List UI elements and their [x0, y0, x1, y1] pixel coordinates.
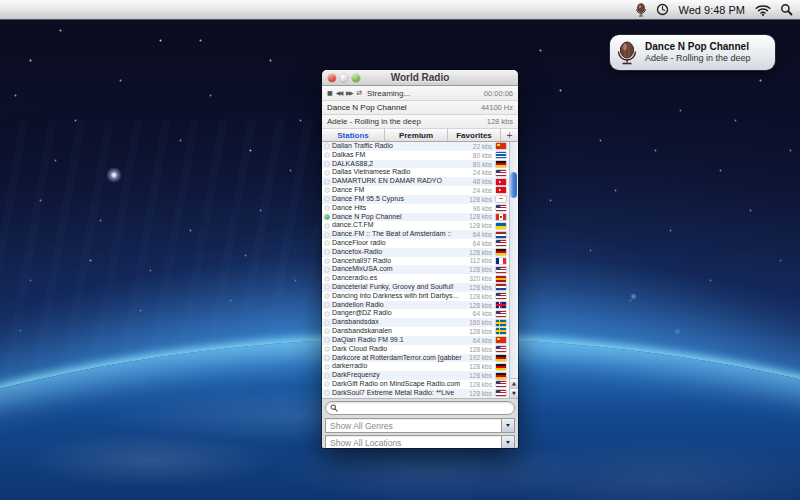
station-row[interactable]: DanceFloor radio64 kbs: [322, 239, 518, 248]
current-track-row: Adele - Rolling in the deep 128 kbs: [322, 115, 518, 129]
station-row[interactable]: DarkSoul7 Extreme Metal Radio: **Live128…: [322, 389, 518, 398]
station-bullet-icon: [325, 162, 329, 166]
station-row[interactable]: dance.CT.FM128 kbs: [322, 221, 518, 230]
station-row[interactable]: Danceteria! Funky, Groovy and Soulful!12…: [322, 283, 518, 292]
location-dropdown-button[interactable]: [501, 436, 514, 448]
station-name: DAMARTURK EN DAMAR RADYO: [332, 177, 462, 186]
station-row[interactable]: Dance FM 95.5 Cyprus128 kbs: [322, 195, 518, 204]
station-bitrate: 112 kbs: [462, 257, 492, 264]
scroll-down-button[interactable]: ▼: [509, 388, 518, 398]
clock-menu-icon[interactable]: [656, 0, 669, 19]
station-name: Dansbandskanalen: [332, 327, 462, 336]
scrollbar-track[interactable]: [509, 142, 518, 378]
add-station-button[interactable]: +: [501, 129, 518, 141]
genre-filter-dropdown[interactable]: Show All Genres: [325, 418, 515, 433]
country-flag-icon-us: [496, 170, 506, 176]
station-bitrate: 24 kbs: [462, 187, 492, 194]
station-row[interactable]: Dark Cloud Radio128 kbs: [322, 345, 518, 354]
station-bitrate: 128 kbs: [462, 328, 492, 335]
station-bitrate: 128 kbs: [462, 222, 492, 229]
country-flag-icon-us: [496, 381, 506, 387]
station-row[interactable]: Dansbandsdax160 kbs: [322, 318, 518, 327]
station-bullet-icon: [325, 153, 329, 157]
station-bitrate: 128 kbs: [462, 266, 492, 273]
station-row[interactable]: DALKAS88,280 kbs: [322, 160, 518, 169]
tab-premium[interactable]: Premium: [385, 129, 448, 141]
current-bitrate: 128 kbs: [487, 117, 513, 126]
station-row[interactable]: Dalian Traffic Radio22 kbs: [322, 142, 518, 151]
station-bitrate: 64 kbs: [462, 231, 492, 238]
stop-button[interactable]: ■: [327, 90, 333, 96]
country-flag-icon-fr: [496, 258, 506, 264]
radio-app-menu-icon[interactable]: [635, 0, 647, 19]
station-row[interactable]: Dance Hits96 kbs: [322, 204, 518, 213]
station-row[interactable]: Dance FM24 kbs: [322, 186, 518, 195]
radio-mic-icon: [616, 41, 638, 65]
menu-bar-clock[interactable]: Wed 9:48 PM: [678, 0, 746, 19]
station-bitrate: 128 kbs: [462, 196, 492, 203]
station-name: Dance N Pop Channel: [332, 213, 462, 222]
station-bitrate: 24 kbs: [462, 169, 492, 176]
spotlight-icon[interactable]: [780, 0, 793, 19]
now-playing-notification[interactable]: Dance N Pop Channel Adele - Rolling in t…: [610, 35, 775, 70]
station-name: Dalian Traffic Radio: [332, 142, 462, 151]
notification-text: Dance N Pop Channel Adele - Rolling in t…: [645, 41, 751, 64]
station-bitrate: 22 kbs: [462, 143, 492, 150]
scrollbar-thumb[interactable]: [510, 172, 517, 198]
station-row[interactable]: Darkcore at RotterdamTerror.com [gabber1…: [322, 354, 518, 363]
station-bullet-icon: [325, 259, 329, 263]
country-flag-icon-us: [496, 390, 506, 396]
minimize-button[interactable]: [340, 74, 348, 82]
station-row[interactable]: Dancehall97 Radio112 kbs: [322, 257, 518, 266]
station-bullet-icon: [325, 391, 329, 395]
country-flag-icon-ca: [496, 214, 506, 220]
station-row[interactable]: DarkGift Radio on MindScape Radio.com128…: [322, 380, 518, 389]
station-row[interactable]: Dancefox-Radio128 kbs: [322, 248, 518, 257]
station-bullet-icon: [325, 294, 329, 298]
station-bullet-icon: [325, 338, 329, 342]
wifi-icon[interactable]: [755, 0, 771, 19]
station-bullet-icon: [325, 303, 329, 307]
station-row[interactable]: Dalkas FM80 kbs: [322, 151, 518, 160]
shuffle-button[interactable]: ⇄: [356, 90, 362, 96]
country-flag-icon-de: [496, 161, 506, 167]
previous-button[interactable]: ◀◀: [336, 90, 342, 96]
station-row[interactable]: Danceradio.es320 kbs: [322, 274, 518, 283]
next-button[interactable]: ▶▶: [346, 90, 352, 96]
zoom-button[interactable]: [352, 74, 360, 82]
station-row[interactable]: Dance.FM :: The Beat of Amsterdam ::64 k…: [322, 230, 518, 239]
scroll-up-button[interactable]: ▲: [509, 378, 518, 388]
station-bitrate: 128 kbs: [462, 372, 492, 379]
station-row[interactable]: DanceMixUSA.com128 kbs: [322, 265, 518, 274]
country-flag-icon-ua: [496, 223, 506, 229]
close-button[interactable]: [328, 74, 336, 82]
station-row[interactable]: DaQian Radio FM 99.164 kbs: [322, 336, 518, 345]
country-flag-icon-de: [496, 373, 506, 379]
station-name: Dance.FM :: The Beat of Amsterdam ::: [332, 230, 462, 239]
location-filter-dropdown[interactable]: Show All Locations: [325, 435, 515, 448]
notification-subtitle: Adele - Rolling in the deep: [645, 53, 751, 64]
station-row[interactable]: Dansbandskanalen128 kbs: [322, 327, 518, 336]
station-row[interactable]: darkerradio128 kbs: [322, 362, 518, 371]
station-row[interactable]: DAMARTURK EN DAMAR RADYO48 kbs: [322, 177, 518, 186]
genre-dropdown-button[interactable]: [501, 419, 514, 432]
window-title-bar[interactable]: World Radio: [322, 70, 518, 86]
station-row[interactable]: Dance N Pop Channel128 kbs: [322, 213, 518, 222]
station-bullet-icon: [325, 374, 329, 378]
station-name: Dancing into Darkness with brit Darbyshi…: [332, 292, 462, 301]
station-row[interactable]: Danger@DZ Radio64 kbs: [322, 309, 518, 318]
station-name: DanceFloor radio: [332, 239, 462, 248]
stream-status: Streaming...: [367, 89, 410, 98]
station-row[interactable]: Dandelion Radio128 kbs: [322, 301, 518, 310]
station-bitrate: 128 kbs: [462, 363, 492, 370]
station-bitrate: 48 kbs: [462, 178, 492, 185]
station-row[interactable]: DarkFrequenzy128 kbs: [322, 371, 518, 380]
tab-stations[interactable]: Stations: [322, 129, 385, 141]
station-search-field[interactable]: [325, 401, 515, 415]
station-row[interactable]: Dallas Vietnamese Radio24 kbs: [322, 168, 518, 177]
tab-favorites[interactable]: Favorites: [448, 129, 501, 141]
notification-title: Dance N Pop Channel: [645, 41, 751, 53]
country-flag-icon-us: [496, 240, 506, 246]
elapsed-time: 00:00:06: [484, 89, 513, 98]
station-row[interactable]: Dancing into Darkness with brit Darbyshi…: [322, 292, 518, 301]
